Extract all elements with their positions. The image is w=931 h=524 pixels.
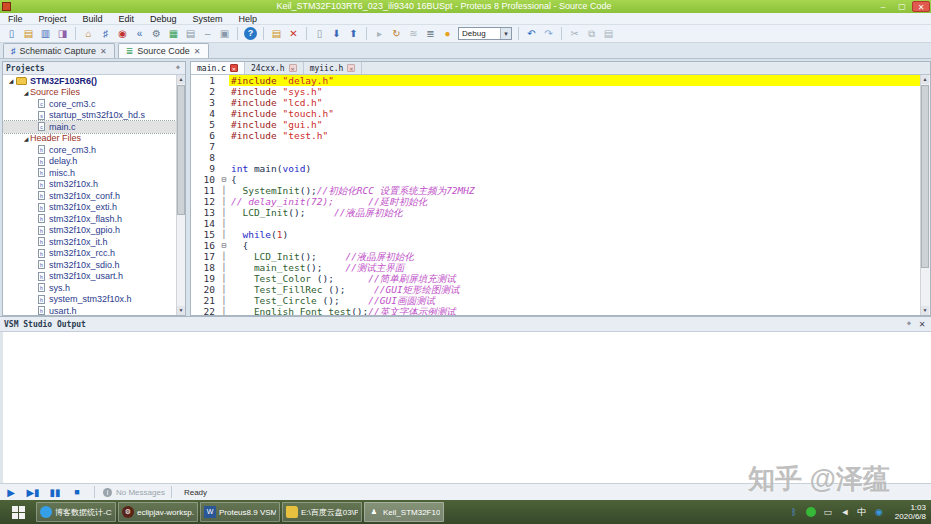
maximize-button[interactable]: ▢ xyxy=(893,1,911,12)
tree-item-misc-h[interactable]: hmisc.h xyxy=(3,167,176,179)
close-tab-icon[interactable]: ✕ xyxy=(194,47,201,56)
editor-tab-myiic-h[interactable]: myiic.h✕ xyxy=(304,62,363,74)
editor-scrollbar[interactable]: ▲ ▼ xyxy=(920,75,930,315)
save-project-icon[interactable]: ▥ xyxy=(37,26,54,41)
paste-icon[interactable]: ▤ xyxy=(600,26,617,41)
notes-icon[interactable]: ▣ xyxy=(216,26,233,41)
editor-tab-24cxx-h[interactable]: 24cxx.h✕ xyxy=(245,62,304,74)
menu-system[interactable]: System xyxy=(185,13,231,25)
tree-item-core-cm3-h[interactable]: hcore_cm3.h xyxy=(3,144,176,156)
expand-arrow-icon[interactable]: ◢ xyxy=(22,135,30,142)
open-project-icon[interactable]: ▤ xyxy=(20,26,37,41)
tree-item-stm32f10x-sdio-h[interactable]: hstm32f10x_sdio.h xyxy=(3,259,176,271)
debug-config-icon[interactable]: ● xyxy=(439,26,456,41)
open-source-file-icon[interactable]: ▤ xyxy=(268,26,285,41)
tree-item-stm32f10x-conf-h[interactable]: hstm32f10x_conf.h xyxy=(3,190,176,202)
menu-debug[interactable]: Debug xyxy=(142,13,185,25)
message-status[interactable]: No Messages xyxy=(116,488,165,497)
menu-help[interactable]: Help xyxy=(231,13,266,25)
display-icon[interactable]: ▭ xyxy=(823,506,833,518)
step-button[interactable]: ▶▮ xyxy=(22,487,44,498)
scrollbar-thumb[interactable] xyxy=(921,85,929,268)
projects-scrollbar[interactable]: ▲ ▼ xyxy=(176,75,185,315)
menu-project[interactable]: Project xyxy=(31,13,75,25)
code-area[interactable]: 1#include "delay.h"2#include "sys.h"3#in… xyxy=(191,75,920,315)
home-page-icon[interactable]: ⌂ xyxy=(80,26,97,41)
tree-item-stm32f103r6-[interactable]: ◢STM32F103R6() xyxy=(3,75,176,87)
tab-schematic-capture[interactable]: ♯Schematic Capture✕ xyxy=(3,43,115,58)
tree-item-source-files[interactable]: ◢Source Files xyxy=(3,87,176,99)
tree-item-stm32f10x-flash-h[interactable]: hstm32f10x_flash.h xyxy=(3,213,176,225)
start-button[interactable] xyxy=(0,500,36,524)
tree-item-core-cm3-c[interactable]: ccore_cm3.c xyxy=(3,98,176,110)
tree-item-sys-h[interactable]: hsys.h xyxy=(3,282,176,294)
pin-icon[interactable]: ⌖ xyxy=(904,319,914,329)
tab-source-code[interactable]: ≣Source Code✕ xyxy=(118,43,209,58)
dash-icon[interactable]: – xyxy=(199,26,216,41)
help-icon[interactable]: ? xyxy=(244,27,257,40)
taskbar-button-word[interactable]: WProteus8.9 VSM... xyxy=(200,502,280,522)
wechat-icon[interactable] xyxy=(806,507,816,517)
new-project-icon[interactable]: ▯ xyxy=(3,26,20,41)
tree-item-stm32f10x-rcc-h[interactable]: hstm32f10x_rcc.h xyxy=(3,248,176,260)
show-list-icon[interactable]: ≣ xyxy=(422,26,439,41)
import-project-icon[interactable]: ◨ xyxy=(54,26,71,41)
undo-icon[interactable]: ↶ xyxy=(523,26,540,41)
app-tray-icon[interactable]: ◉ xyxy=(874,506,884,518)
tree-item-delay-h[interactable]: hdelay.h xyxy=(3,156,176,168)
volume-icon[interactable]: ◄ xyxy=(840,506,850,518)
close-tab-icon[interactable]: ✕ xyxy=(230,64,238,72)
editor-tab-main-c[interactable]: main.c✕ xyxy=(191,62,245,74)
debug-mode-select[interactable]: Debug▾ xyxy=(458,27,512,40)
tree-item-stm32f10x-it-h[interactable]: hstm32f10x_it.h xyxy=(3,236,176,248)
copy-icon[interactable]: ⧉ xyxy=(583,26,600,41)
menu-build[interactable]: Build xyxy=(75,13,111,25)
menu-file[interactable]: File xyxy=(0,13,31,25)
expand-arrow-icon[interactable]: ◢ xyxy=(22,89,30,96)
redo-icon[interactable]: ↷ xyxy=(540,26,557,41)
compile-icon[interactable]: ▸ xyxy=(371,26,388,41)
build-project-icon[interactable]: ↻ xyxy=(388,26,405,41)
pcb-layout-icon[interactable]: ◉ xyxy=(114,26,131,41)
bluetooth-icon[interactable]: ᛒ xyxy=(789,506,799,518)
tree-item-system-stm32f10x-h[interactable]: hsystem_stm32f10x.h xyxy=(3,294,176,306)
clean-project-icon[interactable]: ≋ xyxy=(405,26,422,41)
stop-button[interactable]: ■ xyxy=(66,487,88,497)
bom-icon[interactable]: ▤ xyxy=(182,26,199,41)
tree-item-stm32f10x-usart-h[interactable]: hstm32f10x_usart.h xyxy=(3,271,176,283)
upload-icon[interactable]: ⬆ xyxy=(345,26,362,41)
close-file-icon[interactable]: ✕ xyxy=(285,26,302,41)
tree-item-usart-h[interactable]: husart.h xyxy=(3,305,176,315)
tree-item-stm32f10x-h[interactable]: hstm32f10x.h xyxy=(3,179,176,191)
tree-item-stm32f10x-gpio-h[interactable]: hstm32f10x_gpio.h xyxy=(3,225,176,237)
scroll-up-icon[interactable]: ▲ xyxy=(921,75,929,84)
tree-item-header-files[interactable]: ◢Header Files xyxy=(3,133,176,145)
expand-arrow-icon[interactable]: ◢ xyxy=(7,77,15,84)
taskbar-button-folder[interactable]: E:\百度云盘03\Pr... xyxy=(282,502,362,522)
close-tab-icon[interactable]: ✕ xyxy=(100,47,107,56)
3d-viewer-icon[interactable]: ▦ xyxy=(165,26,182,41)
pin-icon[interactable]: ⌖ xyxy=(173,63,183,73)
minimize-button[interactable]: – xyxy=(874,1,892,12)
cut-icon[interactable]: ✂ xyxy=(566,26,583,41)
store-local-icon[interactable]: ⬇ xyxy=(328,26,345,41)
ime-icon[interactable]: 中 xyxy=(857,506,867,518)
play-button[interactable]: ▶ xyxy=(0,487,22,498)
fold-marker-icon[interactable]: ⊟ xyxy=(219,240,229,251)
close-panel-icon[interactable]: ✕ xyxy=(916,320,928,329)
taskbar-button-browser[interactable]: 博客数据统计-CS... xyxy=(36,502,116,522)
scroll-up-icon[interactable]: ▲ xyxy=(177,75,185,84)
chevron-down-icon[interactable]: ▾ xyxy=(500,28,511,39)
add-file-icon[interactable]: ▯ xyxy=(311,26,328,41)
scroll-down-icon[interactable]: ▼ xyxy=(921,306,929,315)
scrollbar-thumb[interactable] xyxy=(177,85,185,215)
menu-edit[interactable]: Edit xyxy=(111,13,143,25)
taskbar-button-keil[interactable]: ♟Keil_STM32F103... xyxy=(364,502,444,522)
rewind-icon[interactable]: « xyxy=(131,26,148,41)
schematic-capture-icon[interactable]: ♯ xyxy=(97,26,114,41)
scroll-down-icon[interactable]: ▼ xyxy=(177,306,185,315)
close-button[interactable]: ✕ xyxy=(912,1,930,12)
tree-item-stm32f10x-exti-h[interactable]: hstm32f10x_exti.h xyxy=(3,202,176,214)
design-explorer-icon[interactable]: ⚙ xyxy=(148,26,165,41)
fold-marker-icon[interactable]: ⊟ xyxy=(219,174,229,185)
